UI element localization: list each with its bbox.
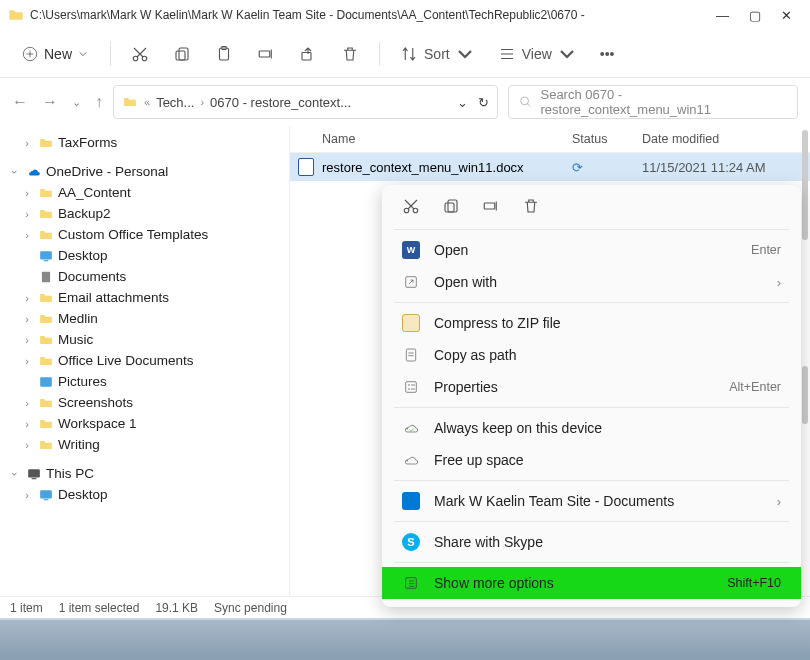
nav-row: ← → ⌄ ↑ « Tech... › 0670 - restore_conte…	[0, 78, 810, 126]
rename-button[interactable]	[249, 39, 283, 69]
tree-item[interactable]: ›Music	[0, 329, 289, 350]
paste-button[interactable]	[207, 39, 241, 69]
sidebar-tree[interactable]: ›TaxForms ›OneDrive - Personal ›AA_Conte…	[0, 126, 290, 596]
menu-properties[interactable]: Properties Alt+Enter	[382, 371, 801, 403]
scissors-icon[interactable]	[402, 197, 420, 215]
tree-item-thispc[interactable]: ›This PC	[0, 463, 289, 484]
shortcut: Enter	[751, 243, 781, 257]
svg-rect-25	[406, 382, 417, 393]
tree-item[interactable]: Documents	[0, 266, 289, 287]
share-button[interactable]	[291, 39, 325, 69]
chevron-right-icon: ›	[777, 275, 781, 290]
tree-label: Email attachments	[58, 290, 169, 305]
up-button[interactable]: ↑	[95, 93, 103, 111]
trash-icon[interactable]	[522, 197, 540, 215]
folder-icon	[38, 291, 54, 305]
tree-item[interactable]: ›Writing	[0, 434, 289, 455]
separator	[394, 562, 789, 563]
tree-item[interactable]: ›Desktop	[0, 484, 289, 505]
menu-label: Mark W Kaelin Team Site - Documents	[434, 493, 763, 509]
chevron-down-icon	[558, 45, 576, 63]
column-date[interactable]: Date modified	[642, 132, 802, 146]
tree-label: Music	[58, 332, 93, 347]
folder-icon	[38, 354, 54, 368]
breadcrumb[interactable]: « Tech... › 0670 - restore_context... ⌄ …	[113, 85, 498, 119]
tree-item[interactable]: ›Workspace 1	[0, 413, 289, 434]
sort-icon	[400, 45, 418, 63]
maximize-button[interactable]: ▢	[749, 8, 761, 23]
svg-rect-22	[484, 203, 495, 209]
new-button[interactable]: New	[12, 42, 98, 66]
selection-size: 19.1 KB	[155, 601, 198, 615]
menu-label: Open	[434, 242, 737, 258]
sort-label: Sort	[424, 46, 450, 62]
svg-rect-11	[44, 260, 49, 261]
separator	[379, 42, 380, 66]
menu-always-keep[interactable]: Always keep on this device	[382, 412, 801, 444]
folder-icon	[38, 333, 54, 347]
tree-item[interactable]: ›Email attachments	[0, 287, 289, 308]
shortcut: Alt+Enter	[729, 380, 781, 394]
properties-icon	[403, 379, 419, 395]
separator	[394, 229, 789, 230]
search-input[interactable]: Search 0670 - restore_context_menu_win11	[508, 85, 798, 119]
trash-icon	[341, 45, 359, 63]
column-status[interactable]: Status	[572, 132, 642, 146]
menu-copy-path[interactable]: Copy as path	[382, 339, 801, 371]
menu-free-space[interactable]: Free up space	[382, 444, 801, 476]
scrollbar-thumb[interactable]	[802, 366, 808, 424]
tree-label: Custom Office Templates	[58, 227, 208, 242]
selected-count: 1 item selected	[59, 601, 140, 615]
more-button[interactable]: •••	[592, 40, 623, 68]
tree-label: Medlin	[58, 311, 98, 326]
view-button[interactable]: View	[490, 39, 584, 69]
column-name[interactable]: Name	[298, 132, 572, 146]
menu-show-more[interactable]: Show more options Shift+F10	[382, 567, 801, 599]
tree-item[interactable]: ›Office Live Documents	[0, 350, 289, 371]
tree-item[interactable]: ›TaxForms	[0, 132, 289, 153]
cut-button[interactable]	[123, 39, 157, 69]
close-button[interactable]: ✕	[781, 8, 792, 23]
dropdown-history[interactable]: ⌄	[72, 96, 81, 109]
minimize-button[interactable]: —	[716, 8, 729, 23]
skype-icon: S	[402, 533, 420, 551]
scissors-icon	[131, 45, 149, 63]
forward-button[interactable]: →	[42, 93, 58, 111]
copy-path-icon	[403, 347, 419, 363]
refresh-button[interactable]: ↻	[478, 95, 489, 110]
scrollbar-thumb[interactable]	[802, 130, 808, 240]
tree-label: Documents	[58, 269, 126, 284]
titlebar: C:\Users\mark\Mark W Kaelin\Mark W Kaeli…	[0, 0, 810, 30]
back-button[interactable]: ←	[12, 93, 28, 111]
copy-icon[interactable]	[442, 197, 460, 215]
menu-compress[interactable]: Compress to ZIP file	[382, 307, 801, 339]
tree-item[interactable]: ›Backup2	[0, 203, 289, 224]
breadcrumb-segment[interactable]: 0670 - restore_context...	[210, 95, 351, 110]
menu-label: Properties	[434, 379, 715, 395]
tree-item[interactable]: ›Custom Office Templates	[0, 224, 289, 245]
tree-label: Writing	[58, 437, 100, 452]
svg-point-26	[408, 384, 409, 385]
tree-item[interactable]: ›Medlin	[0, 308, 289, 329]
file-row[interactable]: restore_context_menu_win11.docx ⟳ 11/15/…	[290, 153, 810, 181]
menu-sharepoint[interactable]: Mark W Kaelin Team Site - Documents ›	[382, 485, 801, 517]
chev-icon: «	[144, 96, 150, 108]
cloud-check-icon	[403, 420, 419, 436]
sort-button[interactable]: Sort	[392, 39, 482, 69]
menu-open[interactable]: W Open Enter	[382, 234, 801, 266]
breadcrumb-dropdown[interactable]: ⌄	[453, 95, 472, 110]
tree-item[interactable]: Pictures	[0, 371, 289, 392]
menu-open-with[interactable]: Open with ›	[382, 266, 801, 298]
tree-item[interactable]: Desktop	[0, 245, 289, 266]
cloud-icon	[403, 452, 419, 468]
copy-button[interactable]	[165, 39, 199, 69]
menu-skype[interactable]: S Share with Skype	[382, 526, 801, 558]
tree-item[interactable]: ›AA_Content	[0, 182, 289, 203]
rename-icon[interactable]	[482, 197, 500, 215]
tree-item-onedrive[interactable]: ›OneDrive - Personal	[0, 161, 289, 182]
plus-circle-icon	[22, 46, 38, 62]
tree-item[interactable]: ›Screenshots	[0, 392, 289, 413]
delete-button[interactable]	[333, 39, 367, 69]
list-icon	[498, 45, 516, 63]
breadcrumb-segment[interactable]: Tech...	[156, 95, 194, 110]
